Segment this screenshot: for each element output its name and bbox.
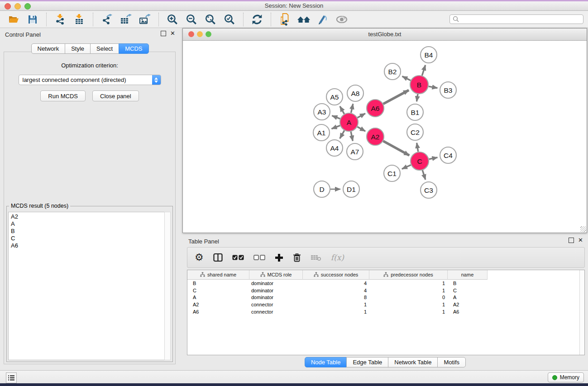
edge-A-A1[interactable] [331,125,340,129]
criterion-dropdown[interactable]: largest connected component (directed) [19,75,161,85]
column-header-successor-nodes[interactable]: successor nodes [303,270,369,280]
column-header-name[interactable]: name [448,270,488,280]
first-neighbors-icon[interactable] [296,12,311,27]
graph-node-A4[interactable]: A4 [326,140,343,156]
maximize-window-icon[interactable] [24,3,31,10]
export-network-icon[interactable] [100,12,114,27]
close-panel-button[interactable]: Close panel [92,91,139,101]
network-graph[interactable]: AA1A2A3A4A5A6A7A8BB1B2B3B4CC1C2C3C4DD1 [183,41,587,233]
table-scrollbar[interactable] [579,270,584,355]
graph-node-B[interactable]: B [410,76,428,94]
zoom-in-icon[interactable] [165,12,180,27]
edge-B-B3[interactable] [429,86,438,88]
graph-node-C2[interactable]: C2 [407,124,423,140]
graph-node-C4[interactable]: C4 [440,147,456,163]
zoom-fit-icon[interactable] [203,12,218,27]
run-mcds-button[interactable]: Run MCDS [40,91,86,101]
refresh-layout-icon[interactable] [250,12,264,27]
graph-node-A7[interactable]: A7 [347,143,363,160]
graph-node-A[interactable]: A [340,113,358,131]
select-all-icon[interactable] [232,255,244,260]
show-graphics-details-icon[interactable] [316,12,330,27]
graph-node-B3[interactable]: B3 [440,82,456,98]
graph-node-C1[interactable]: C1 [384,165,400,181]
export-image-icon[interactable] [138,12,152,27]
graph-node-B4[interactable]: B4 [421,47,437,63]
table-row[interactable]: Adominator80A [187,294,584,301]
memory-button[interactable]: Memory [548,372,584,382]
network-canvas[interactable]: AA1A2A3A4A5A6A7A8BB1B2B3B4CC1C2C3C4DD1 [183,41,587,233]
table-tab-node-table[interactable]: Node Table [305,357,347,367]
minimize-window-icon[interactable] [14,3,21,10]
tab-network[interactable]: Network [31,43,65,54]
zoom-selected-icon[interactable] [222,12,237,27]
edge-B-B2[interactable] [402,76,411,81]
deselect-all-icon[interactable] [253,255,265,260]
graph-node-C[interactable]: C [411,152,429,170]
edge-A-A7[interactable] [351,132,353,141]
delete-column-icon[interactable] [293,253,301,262]
column-header-MCDS-role[interactable]: MCDS role [249,270,303,280]
table-tab-edge-table[interactable]: Edge Table [346,357,388,367]
graph-node-A8[interactable]: A8 [347,85,363,101]
edge-B-B1[interactable] [417,94,418,101]
edge-A6-B[interactable] [383,90,409,104]
graph-node-B2[interactable]: B2 [384,63,401,80]
graph-node-A6[interactable]: A6 [367,100,384,117]
export-table-icon[interactable] [119,12,133,27]
network-window-titlebar[interactable]: testGlobe.txt [183,29,587,41]
save-session-icon[interactable] [25,12,40,27]
close-network-icon[interactable] [188,31,194,37]
edge-B-B4[interactable] [422,65,425,76]
graph-node-A2[interactable]: A2 [367,128,384,145]
edge-A-A4[interactable] [340,130,344,138]
tab-select[interactable]: Select [90,43,119,54]
open-session-icon[interactable] [6,12,21,27]
new-network-from-selection-icon[interactable] [277,12,292,27]
resize-grip[interactable] [580,226,586,232]
float-panel-icon[interactable] [161,31,166,36]
edge-C-C1[interactable] [402,165,411,169]
table-row[interactable]: Bdominator41B [187,280,584,287]
import-table-icon[interactable] [72,12,86,27]
mcds-result-item[interactable]: B [11,228,163,235]
close-panel-icon[interactable]: ✕ [170,31,175,36]
float-table-panel-icon[interactable] [569,238,574,243]
graph-node-D[interactable]: D [314,181,330,197]
import-network-icon[interactable] [53,12,67,27]
mcds-result-item[interactable]: A2 [11,213,163,220]
minimize-network-icon[interactable] [197,31,203,37]
edge-A-A5[interactable] [340,106,344,114]
table-row[interactable]: A2connector11A2 [187,301,584,308]
split-view-icon[interactable] [213,253,223,262]
mcds-result-item[interactable]: C [11,235,163,242]
edge-A-A6[interactable] [358,114,365,118]
tab-style[interactable]: Style [65,43,91,54]
edge-A-A8[interactable] [351,104,353,113]
settings-icon[interactable]: ⚙ [195,253,204,262]
graph-node-A1[interactable]: A1 [313,124,330,141]
mcds-result-item[interactable]: A6 [11,242,163,249]
maximize-network-icon[interactable] [206,31,211,37]
search-input[interactable] [449,14,583,24]
task-history-button[interactable] [6,372,17,383]
add-column-icon[interactable] [275,253,283,262]
edge-C-C4[interactable] [429,157,438,159]
hide-details-icon[interactable] [335,12,349,27]
tab-mcds[interactable]: MCDS [119,43,148,54]
graph-node-D1[interactable]: D1 [343,181,359,197]
zoom-out-icon[interactable] [184,12,199,27]
edge-C-C3[interactable] [422,170,425,180]
graph-node-A5[interactable]: A5 [326,89,343,105]
edge-A-A2[interactable] [357,127,365,131]
graph-node-C3[interactable]: C3 [421,182,437,198]
close-window-icon[interactable] [5,3,11,10]
edge-C-C2[interactable] [417,143,418,152]
column-header-shared-name[interactable]: shared name [187,270,249,280]
mcds-list-scrollbar[interactable] [164,212,171,360]
table-tab-motifs[interactable]: Motifs [437,357,466,367]
column-header-predecessor-nodes[interactable]: predecessor nodes [369,270,448,280]
edge-A2-C[interactable] [383,141,410,156]
edge-A-A3[interactable] [332,116,340,119]
graph-node-A3[interactable]: A3 [314,104,330,120]
